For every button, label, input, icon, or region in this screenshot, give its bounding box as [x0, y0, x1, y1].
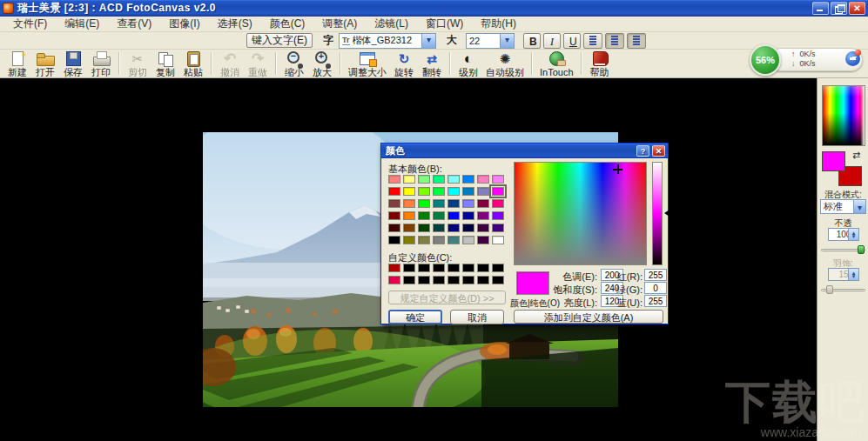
dialog-title-bar[interactable]: 颜色 ? ✕	[381, 144, 668, 158]
basic-color-cell[interactable]	[418, 187, 430, 196]
custom-color-cell[interactable]	[492, 264, 504, 272]
toolbar-resize-button[interactable]: 调整大小	[345, 50, 390, 77]
color-crosshair-icon[interactable]	[613, 164, 622, 174]
toolbar-new-button[interactable]: 新建	[3, 50, 31, 77]
menu-adjust[interactable]: 调整(A)	[314, 16, 365, 32]
basic-color-cell[interactable]	[433, 224, 445, 232]
basic-color-cell[interactable]	[492, 211, 504, 220]
toolbar-help-button[interactable]: 帮助	[586, 50, 614, 77]
basic-color-cell[interactable]	[447, 211, 460, 220]
basic-color-cell[interactable]	[403, 236, 415, 244]
menu-window[interactable]: 窗口(W)	[418, 16, 471, 32]
basic-color-cell[interactable]	[418, 224, 430, 232]
basic-color-cell[interactable]	[492, 187, 504, 196]
basic-color-cell[interactable]	[403, 199, 415, 208]
custom-color-cell[interactable]	[433, 276, 445, 284]
custom-color-cell[interactable]	[447, 276, 460, 284]
basic-color-cell[interactable]	[403, 175, 415, 184]
custom-color-cell[interactable]	[418, 264, 430, 272]
opacity-slider[interactable]	[821, 245, 865, 254]
blue-input[interactable]	[644, 295, 667, 307]
basic-color-cell[interactable]	[403, 224, 415, 232]
add-to-custom-colors-button[interactable]: 添加到自定义颜色(A)	[514, 310, 663, 324]
custom-color-cell[interactable]	[462, 264, 474, 272]
custom-color-cell[interactable]	[388, 264, 400, 272]
toolbar-copy-button[interactable]: 复制	[151, 50, 179, 77]
custom-color-cell[interactable]	[477, 264, 489, 272]
basic-color-cell[interactable]	[388, 236, 400, 244]
chevron-down-icon[interactable]	[421, 34, 435, 48]
custom-color-cell[interactable]	[433, 264, 445, 272]
align-left-button[interactable]	[583, 33, 602, 49]
basic-color-cell[interactable]	[477, 187, 489, 196]
basic-color-cell[interactable]	[388, 224, 400, 232]
toolbar-save-button[interactable]: 保存	[59, 50, 87, 77]
basic-color-cell[interactable]	[477, 199, 489, 208]
basic-color-cell[interactable]	[492, 175, 504, 184]
ok-button[interactable]: 确定	[388, 310, 442, 324]
toolbar-auto-levels-button[interactable]: 自动级别	[482, 50, 528, 77]
basic-color-cell[interactable]	[403, 211, 415, 220]
menu-select[interactable]: 选择(S)	[210, 16, 260, 32]
type-text-button[interactable]: 键入文字(E)	[246, 33, 313, 48]
basic-color-cell[interactable]	[403, 187, 415, 196]
toolbar-zoom-out-button[interactable]: 缩小	[280, 50, 308, 77]
basic-color-cell[interactable]	[477, 175, 489, 184]
custom-color-cell[interactable]	[403, 276, 415, 284]
align-right-button[interactable]	[627, 33, 646, 49]
basic-color-cell[interactable]	[462, 199, 474, 208]
basic-color-cell[interactable]	[462, 187, 474, 196]
menu-view[interactable]: 查看(V)	[109, 16, 159, 32]
basic-color-cell[interactable]	[462, 211, 474, 220]
menu-color[interactable]: 颜色(C)	[262, 16, 313, 32]
swap-colors-icon[interactable]: ⇄	[852, 150, 860, 161]
basic-color-cell[interactable]	[433, 199, 445, 208]
italic-button[interactable]: I	[543, 33, 561, 49]
custom-color-cell[interactable]	[477, 276, 489, 284]
minimize-button[interactable]	[812, 2, 829, 15]
green-input[interactable]	[644, 282, 667, 294]
custom-color-cell[interactable]	[462, 276, 474, 284]
bold-button[interactable]: B	[523, 33, 541, 49]
basic-color-cell[interactable]	[477, 211, 489, 220]
basic-color-cell[interactable]	[433, 236, 445, 244]
toolbar-paste-button[interactable]: 粘贴	[179, 50, 207, 77]
luminance-bar[interactable]	[652, 162, 663, 265]
color-spectrum-picker[interactable]	[822, 85, 865, 146]
basic-color-cell[interactable]	[388, 211, 400, 220]
menu-filter[interactable]: 滤镜(L)	[367, 16, 416, 32]
custom-color-cell[interactable]	[388, 276, 400, 284]
cancel-button[interactable]: 取消	[450, 310, 504, 324]
basic-color-cell[interactable]	[492, 236, 504, 244]
align-center-button[interactable]	[605, 33, 624, 49]
dialog-close-button[interactable]: ✕	[652, 145, 665, 157]
menu-file[interactable]: 文件(F)	[5, 16, 55, 32]
menu-image[interactable]: 图像(I)	[161, 16, 207, 32]
basic-color-cell[interactable]	[433, 175, 445, 184]
underline-button[interactable]: U	[563, 33, 581, 49]
basic-color-cell[interactable]	[433, 187, 445, 196]
basic-color-cell[interactable]	[418, 236, 430, 244]
toolbar-zoom-in-button[interactable]: 放大	[308, 50, 336, 77]
basic-color-cell[interactable]	[462, 175, 474, 184]
slider-thumb[interactable]	[858, 245, 865, 254]
toolbar-intouch-button[interactable]: InTouch	[536, 50, 577, 77]
basic-color-cell[interactable]	[447, 224, 460, 232]
basic-color-cell[interactable]	[447, 236, 460, 244]
hue-sat-field[interactable]	[514, 162, 647, 265]
basic-color-cell[interactable]	[447, 175, 460, 184]
foreground-color-swatch[interactable]	[822, 151, 845, 171]
custom-color-cell[interactable]	[492, 276, 504, 284]
custom-color-cell[interactable]	[403, 264, 415, 272]
basic-color-cell[interactable]	[492, 199, 504, 208]
menu-help[interactable]: 帮助(H)	[473, 16, 524, 32]
basic-color-cell[interactable]	[447, 187, 460, 196]
chevron-down-icon[interactable]	[853, 200, 865, 213]
toolbar-open-button[interactable]: 打开	[31, 50, 59, 77]
chevron-down-icon[interactable]	[500, 34, 514, 48]
custom-color-cell[interactable]	[418, 276, 430, 284]
close-button[interactable]	[849, 2, 865, 15]
basic-color-cell[interactable]	[388, 199, 400, 208]
blend-mode-select[interactable]: 标准	[820, 199, 866, 214]
font-select[interactable]: Tr 楷体_GB2312	[339, 33, 436, 49]
